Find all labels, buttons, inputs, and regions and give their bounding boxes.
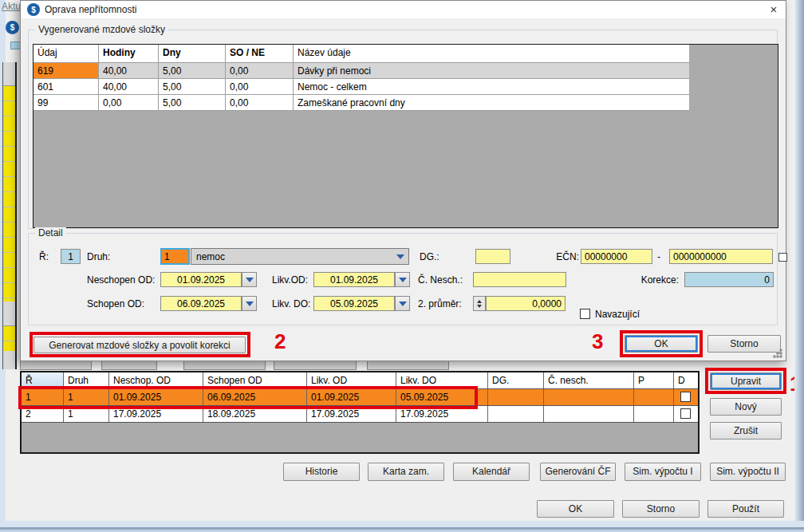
novy-button[interactable]: Nový [710, 398, 782, 416]
likv-do-label: Likv. DO: [272, 298, 310, 309]
annotation-box-1 [705, 368, 786, 394]
date-dropdown-button[interactable] [242, 296, 257, 311]
table-row[interactable]: 99 0,00 5,00 0,00 Zameškané pracovní dny [34, 95, 689, 111]
calendar-strip-segment [3, 326, 15, 351]
column-header[interactable]: SO / NE [226, 45, 294, 62]
row-number-field[interactable]: 1 [61, 249, 81, 264]
column-header[interactable]: P [634, 372, 674, 388]
column-header[interactable]: Hodiny [99, 45, 159, 62]
sim-vypoctu-1-button[interactable]: Sim. výpočtu I [625, 463, 701, 481]
cell[interactable]: 40,00 [99, 63, 159, 78]
chevron-down-icon [399, 278, 407, 282]
druh-label: Druh: [87, 251, 110, 262]
column-header[interactable]: D [674, 372, 698, 388]
navazujici-checkbox[interactable] [580, 309, 590, 319]
cell[interactable]: 0,00 [99, 95, 159, 110]
row-checkbox[interactable] [680, 392, 691, 402]
close-icon[interactable]: × [765, 2, 782, 17]
cell[interactable]: 0,00 [226, 95, 294, 110]
cell[interactable]: 601 [34, 79, 99, 94]
neschopen-od-field[interactable]: 01.09.2025 [160, 272, 242, 287]
footer-pouzit-button[interactable]: Použít [707, 500, 784, 518]
table-row[interactable]: 601 40,00 5,00 0,00 Nemoc - celkem [34, 79, 689, 95]
druh-combobox[interactable]: nemoc [191, 248, 409, 265]
ecn-label: EČN: [549, 251, 579, 262]
spinner-control[interactable] [473, 296, 486, 311]
date-dropdown-button[interactable] [395, 272, 410, 287]
schopen-od-field[interactable]: 06.09.2025 [160, 296, 242, 311]
splitter-handle[interactable] [778, 253, 787, 262]
resize-grip-icon[interactable] [773, 349, 782, 358]
column-header[interactable]: Název údaje [294, 45, 689, 62]
dialog-titlebar[interactable]: $ Oprava nepřítomnosti × [21, 1, 786, 18]
sim-vypoctu-2-button[interactable]: Sim. výpočtu II [710, 463, 786, 481]
column-header[interactable]: Dny [159, 45, 226, 62]
calendar-strip-segment [3, 62, 15, 86]
annotation-box-3 [620, 330, 703, 357]
prumer-field[interactable]: 0,0000 [486, 296, 566, 311]
cell[interactable]: 5,00 [159, 79, 226, 94]
dialog-title: Oprava nepřítomnosti [45, 4, 136, 15]
cell[interactable]: Zameškané pracovní dny [294, 95, 689, 110]
zrusit-button[interactable]: Zrušit [710, 422, 782, 439]
cell[interactable]: Dávky při nemoci [294, 63, 689, 78]
karta-zam-button[interactable]: Karta zam. [368, 463, 444, 481]
cell[interactable]: 0,00 [226, 79, 294, 94]
payroll-app-icon: $ [6, 21, 19, 34]
date-dropdown-button[interactable] [242, 272, 257, 287]
column-header[interactable]: Údaj [34, 45, 99, 62]
spinner-up-icon[interactable] [477, 300, 482, 303]
cell[interactable] [488, 406, 544, 422]
druh-code-field[interactable]: 1 [160, 248, 190, 265]
generovani-cf-button[interactable]: Generování ČF [540, 463, 616, 481]
cell[interactable]: 5,00 [159, 63, 226, 78]
column-header[interactable]: Č. nesch. [544, 372, 634, 388]
cell[interactable]: 99 [34, 95, 99, 110]
cell[interactable]: Nemoc - celkem [294, 79, 689, 94]
background-window-right-frame [794, 0, 804, 532]
cell[interactable] [488, 389, 544, 405]
cell[interactable] [634, 406, 674, 422]
chevron-down-icon [246, 301, 254, 306]
wage-table-container: Údaj Hodiny Dny SO / NE Název údaje 619 … [33, 44, 778, 228]
footer-storno-button[interactable]: Storno [622, 500, 700, 518]
korekce-field[interactable]: 0 [684, 272, 774, 287]
cell [674, 406, 698, 422]
dg-field[interactable] [475, 249, 510, 264]
row-checkbox[interactable] [680, 408, 691, 419]
korekce-label: Korekce: [615, 274, 679, 286]
cell[interactable]: 5,00 [159, 95, 226, 110]
cell[interactable]: 40,00 [99, 79, 159, 94]
groupbox-title: Vygenerované mzdové složky [35, 24, 168, 35]
cell[interactable]: 0,00 [226, 63, 294, 78]
table-row-selected[interactable]: 619 40,00 5,00 0,00 Dávky při nemoci [34, 63, 689, 79]
calendar-strip-segment [3, 351, 15, 369]
c-nesch-field[interactable] [473, 272, 566, 287]
dialog-storno-button[interactable]: Storno [707, 335, 781, 353]
spinner-down-icon[interactable] [477, 305, 482, 308]
date-dropdown-button[interactable] [395, 296, 410, 311]
annotation-box-row1 [18, 386, 478, 409]
kalendar-button[interactable]: Kalendář [453, 463, 530, 481]
likv-od-field[interactable]: 01.09.2025 [313, 272, 395, 287]
likv-do-field[interactable]: 05.09.2025 [313, 296, 395, 311]
ecn-field-1[interactable]: 00000000 [581, 249, 652, 264]
ecn-field-2[interactable]: 0000000000 [669, 249, 773, 264]
background-window-bottom-frame [0, 521, 804, 527]
historie-button[interactable]: Historie [283, 463, 360, 481]
screen: Aktu $ Ř Druh Neschop. OD Schopen OD Lik… [0, 0, 804, 532]
annotation-box-2 [30, 332, 250, 357]
druh-selected-value: nemoc [196, 251, 225, 262]
navazujici-label: Navazující [595, 309, 640, 320]
schopen-od-label: Schopen OD: [87, 298, 144, 309]
cell[interactable] [634, 389, 674, 405]
row-label: Ř: [39, 251, 49, 262]
footer-ok-button[interactable]: OK [537, 500, 614, 518]
chevron-down-icon[interactable] [396, 254, 404, 259]
column-header[interactable]: DG. [488, 372, 544, 388]
groupbox-title: Detail [35, 227, 66, 238]
calendar-strip-segment [3, 301, 15, 326]
cell[interactable] [544, 406, 634, 422]
cell[interactable]: 619 [34, 63, 99, 78]
cell[interactable] [544, 389, 634, 405]
